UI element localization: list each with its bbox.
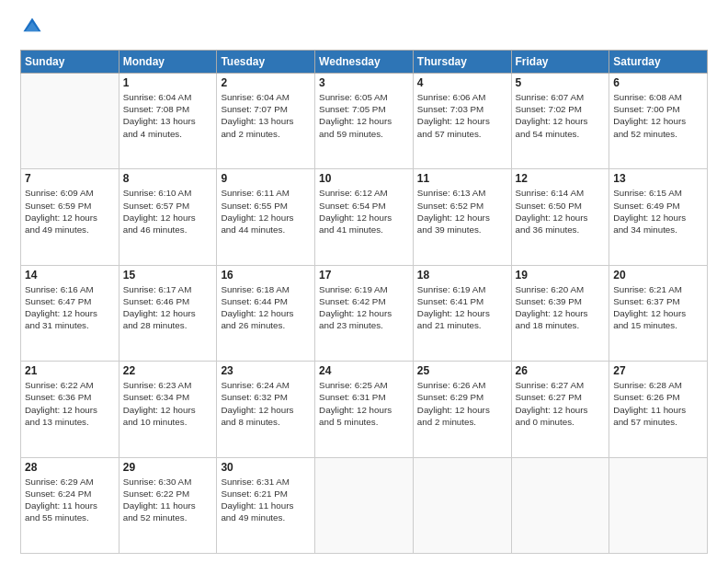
table-cell: 16Sunrise: 6:18 AM Sunset: 6:44 PM Dayli… — [217, 265, 315, 361]
table-cell: 18Sunrise: 6:19 AM Sunset: 6:41 PM Dayli… — [413, 265, 511, 361]
table-cell: 19Sunrise: 6:20 AM Sunset: 6:39 PM Dayli… — [511, 265, 609, 361]
table-cell: 24Sunrise: 6:25 AM Sunset: 6:31 PM Dayli… — [315, 362, 414, 457]
day-info: Sunrise: 6:30 AM Sunset: 6:22 PM Dayligh… — [123, 476, 213, 524]
table-cell: 26Sunrise: 6:27 AM Sunset: 6:27 PM Dayli… — [511, 362, 609, 457]
page: Sunday Monday Tuesday Wednesday Thursday… — [0, 0, 728, 563]
table-cell: 10Sunrise: 6:12 AM Sunset: 6:54 PM Dayli… — [315, 169, 414, 265]
table-cell: 6Sunrise: 6:08 AM Sunset: 7:00 PM Daylig… — [609, 74, 708, 169]
day-info: Sunrise: 6:22 AM Sunset: 6:36 PM Dayligh… — [25, 379, 115, 428]
table-cell: 3Sunrise: 6:05 AM Sunset: 7:05 PM Daylig… — [315, 74, 414, 169]
day-info: Sunrise: 6:27 AM Sunset: 6:27 PM Dayligh… — [516, 379, 606, 428]
day-number: 6 — [613, 76, 703, 89]
day-info: Sunrise: 6:26 AM Sunset: 6:29 PM Dayligh… — [417, 379, 507, 428]
day-info: Sunrise: 6:06 AM Sunset: 7:03 PM Dayligh… — [417, 91, 507, 140]
table-cell — [609, 457, 708, 553]
day-number: 9 — [221, 172, 311, 185]
table-cell: 1Sunrise: 6:04 AM Sunset: 7:08 PM Daylig… — [119, 74, 217, 169]
col-friday: Friday — [511, 51, 609, 74]
day-number: 12 — [516, 172, 606, 185]
day-info: Sunrise: 6:20 AM Sunset: 6:39 PM Dayligh… — [516, 283, 606, 332]
day-info: Sunrise: 6:14 AM Sunset: 6:50 PM Dayligh… — [516, 187, 606, 236]
header — [20, 17, 708, 40]
day-info: Sunrise: 6:04 AM Sunset: 7:07 PM Dayligh… — [221, 91, 311, 140]
table-cell: 20Sunrise: 6:21 AM Sunset: 6:37 PM Dayli… — [609, 265, 708, 361]
day-number: 5 — [516, 76, 606, 89]
day-info: Sunrise: 6:05 AM Sunset: 7:05 PM Dayligh… — [319, 91, 409, 140]
table-cell: 14Sunrise: 6:16 AM Sunset: 6:47 PM Dayli… — [21, 265, 119, 361]
table-cell: 13Sunrise: 6:15 AM Sunset: 6:49 PM Dayli… — [609, 169, 708, 265]
table-cell: 27Sunrise: 6:28 AM Sunset: 6:26 PM Dayli… — [609, 362, 708, 457]
day-number: 16 — [221, 269, 311, 282]
table-cell — [511, 457, 609, 553]
day-number: 15 — [123, 269, 213, 282]
table-cell: 21Sunrise: 6:22 AM Sunset: 6:36 PM Dayli… — [21, 362, 119, 457]
day-number: 29 — [123, 461, 213, 474]
day-number: 30 — [221, 461, 311, 474]
table-cell: 4Sunrise: 6:06 AM Sunset: 7:03 PM Daylig… — [413, 74, 511, 169]
day-info: Sunrise: 6:16 AM Sunset: 6:47 PM Dayligh… — [25, 283, 115, 332]
table-cell: 28Sunrise: 6:29 AM Sunset: 6:24 PM Dayli… — [21, 457, 119, 553]
table-cell: 23Sunrise: 6:24 AM Sunset: 6:32 PM Dayli… — [217, 362, 315, 457]
col-thursday: Thursday — [413, 51, 511, 74]
table-cell: 8Sunrise: 6:10 AM Sunset: 6:57 PM Daylig… — [119, 169, 217, 265]
table-cell: 9Sunrise: 6:11 AM Sunset: 6:55 PM Daylig… — [217, 169, 315, 265]
day-info: Sunrise: 6:23 AM Sunset: 6:34 PM Dayligh… — [123, 379, 213, 428]
day-info: Sunrise: 6:08 AM Sunset: 7:00 PM Dayligh… — [613, 91, 703, 140]
day-info: Sunrise: 6:12 AM Sunset: 6:54 PM Dayligh… — [319, 187, 409, 236]
calendar-header-row: Sunday Monday Tuesday Wednesday Thursday… — [21, 51, 708, 74]
col-saturday: Saturday — [609, 51, 708, 74]
day-info: Sunrise: 6:19 AM Sunset: 6:41 PM Dayligh… — [417, 283, 507, 332]
day-info: Sunrise: 6:13 AM Sunset: 6:52 PM Dayligh… — [417, 187, 507, 236]
day-info: Sunrise: 6:07 AM Sunset: 7:02 PM Dayligh… — [516, 91, 606, 140]
col-tuesday: Tuesday — [217, 51, 315, 74]
day-info: Sunrise: 6:17 AM Sunset: 6:46 PM Dayligh… — [123, 283, 213, 332]
day-number: 24 — [319, 364, 409, 377]
table-cell: 29Sunrise: 6:30 AM Sunset: 6:22 PM Dayli… — [119, 457, 217, 553]
day-info: Sunrise: 6:24 AM Sunset: 6:32 PM Dayligh… — [221, 379, 311, 428]
day-number: 13 — [613, 172, 703, 185]
day-info: Sunrise: 6:11 AM Sunset: 6:55 PM Dayligh… — [221, 187, 311, 236]
day-number: 2 — [221, 76, 311, 89]
day-info: Sunrise: 6:15 AM Sunset: 6:49 PM Dayligh… — [613, 187, 703, 236]
day-number: 14 — [25, 269, 115, 282]
calendar-week-row: 1Sunrise: 6:04 AM Sunset: 7:08 PM Daylig… — [21, 74, 708, 169]
day-info: Sunrise: 6:09 AM Sunset: 6:59 PM Dayligh… — [25, 187, 115, 236]
day-info: Sunrise: 6:04 AM Sunset: 7:08 PM Dayligh… — [123, 91, 213, 140]
day-number: 28 — [25, 461, 115, 474]
calendar-week-row: 28Sunrise: 6:29 AM Sunset: 6:24 PM Dayli… — [21, 457, 708, 553]
day-number: 3 — [319, 76, 409, 89]
day-info: Sunrise: 6:25 AM Sunset: 6:31 PM Dayligh… — [319, 379, 409, 428]
day-info: Sunrise: 6:29 AM Sunset: 6:24 PM Dayligh… — [25, 476, 115, 524]
day-number: 21 — [25, 364, 115, 377]
day-number: 17 — [319, 269, 409, 282]
logo-icon — [22, 17, 42, 37]
day-number: 7 — [25, 172, 115, 185]
day-number: 27 — [613, 364, 703, 377]
calendar-table: Sunday Monday Tuesday Wednesday Thursday… — [20, 50, 708, 554]
calendar-week-row: 7Sunrise: 6:09 AM Sunset: 6:59 PM Daylig… — [21, 169, 708, 265]
day-info: Sunrise: 6:21 AM Sunset: 6:37 PM Dayligh… — [613, 283, 703, 332]
day-number: 18 — [417, 269, 507, 282]
day-number: 10 — [319, 172, 409, 185]
logo — [20, 17, 42, 40]
table-cell: 22Sunrise: 6:23 AM Sunset: 6:34 PM Dayli… — [119, 362, 217, 457]
day-info: Sunrise: 6:19 AM Sunset: 6:42 PM Dayligh… — [319, 283, 409, 332]
col-monday: Monday — [119, 51, 217, 74]
table-cell: 25Sunrise: 6:26 AM Sunset: 6:29 PM Dayli… — [413, 362, 511, 457]
table-cell: 2Sunrise: 6:04 AM Sunset: 7:07 PM Daylig… — [217, 74, 315, 169]
table-cell: 5Sunrise: 6:07 AM Sunset: 7:02 PM Daylig… — [511, 74, 609, 169]
calendar-week-row: 21Sunrise: 6:22 AM Sunset: 6:36 PM Dayli… — [21, 362, 708, 457]
day-number: 22 — [123, 364, 213, 377]
table-cell: 15Sunrise: 6:17 AM Sunset: 6:46 PM Dayli… — [119, 265, 217, 361]
day-number: 20 — [613, 269, 703, 282]
day-number: 1 — [123, 76, 213, 89]
table-cell: 30Sunrise: 6:31 AM Sunset: 6:21 PM Dayli… — [217, 457, 315, 553]
day-info: Sunrise: 6:10 AM Sunset: 6:57 PM Dayligh… — [123, 187, 213, 236]
table-cell: 7Sunrise: 6:09 AM Sunset: 6:59 PM Daylig… — [21, 169, 119, 265]
day-info: Sunrise: 6:18 AM Sunset: 6:44 PM Dayligh… — [221, 283, 311, 332]
day-info: Sunrise: 6:28 AM Sunset: 6:26 PM Dayligh… — [613, 379, 703, 428]
day-number: 23 — [221, 364, 311, 377]
table-cell — [315, 457, 414, 553]
day-number: 8 — [123, 172, 213, 185]
day-info: Sunrise: 6:31 AM Sunset: 6:21 PM Dayligh… — [221, 476, 311, 524]
